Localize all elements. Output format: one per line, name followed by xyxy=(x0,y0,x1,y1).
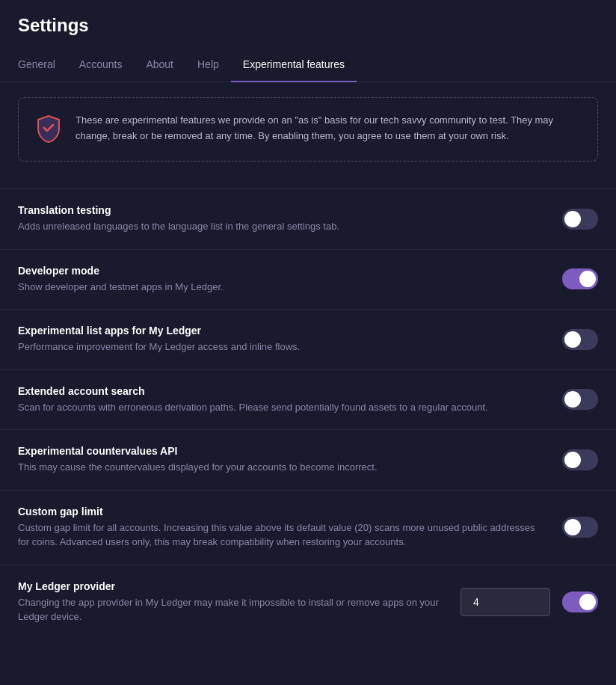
toggle-experimental-countervalues[interactable] xyxy=(562,449,598,470)
toggle-extended-account-search[interactable] xyxy=(562,389,598,410)
toggle-developer-mode[interactable] xyxy=(562,268,598,289)
tab-accounts[interactable]: Accounts xyxy=(67,48,135,82)
feature-row-ledger-provider: My Ledger provider Changing the app prov… xyxy=(0,565,616,639)
tab-general[interactable]: General xyxy=(18,48,67,82)
feature-info-developer-mode: Developer mode Show developer and testne… xyxy=(18,265,544,295)
feature-row-experimental-list-apps: Experimental list apps for My Ledger Per… xyxy=(0,309,616,369)
feature-desc-experimental-countervalues: This may cause the countervalues display… xyxy=(18,460,544,475)
tabs-bar: General Accounts About Help Experimental… xyxy=(0,48,616,82)
feature-desc-developer-mode: Show developer and testnet apps in My Le… xyxy=(18,280,544,295)
feature-row-custom-gap-limit: Custom gap limit Custom gap limit for al… xyxy=(0,490,616,565)
feature-title-experimental-list-apps: Experimental list apps for My Ledger xyxy=(18,325,544,337)
feature-row-experimental-countervalues: Experimental countervalues API This may … xyxy=(0,429,616,490)
feature-title-extended-account-search: Extended account search xyxy=(18,385,544,397)
feature-info-extended-account-search: Extended account search Scan for account… xyxy=(18,385,544,415)
info-box: These are experimental features we provi… xyxy=(18,97,598,162)
feature-desc-ledger-provider: Changing the app provider in My Ledger m… xyxy=(18,595,443,624)
feature-desc-custom-gap-limit: Custom gap limit for all accounts. Incre… xyxy=(18,520,544,550)
page-title: Settings xyxy=(0,0,616,48)
feature-info-custom-gap-limit: Custom gap limit Custom gap limit for al… xyxy=(18,506,544,550)
feature-row-extended-account-search: Extended account search Scan for account… xyxy=(0,369,616,430)
tab-experimental[interactable]: Experimental features xyxy=(231,48,357,82)
feature-title-custom-gap-limit: Custom gap limit xyxy=(18,506,544,517)
toggle-experimental-list-apps[interactable] xyxy=(562,329,598,350)
feature-info-experimental-countervalues: Experimental countervalues API This may … xyxy=(18,445,544,475)
feature-row-developer-mode: Developer mode Show developer and testne… xyxy=(0,249,616,310)
feature-desc-translation-testing: Adds unreleased languages to the languag… xyxy=(18,219,544,234)
feature-info-ledger-provider: My Ledger provider Changing the app prov… xyxy=(18,580,443,624)
ledger-provider-input[interactable] xyxy=(461,588,550,616)
feature-title-translation-testing: Translation testing xyxy=(18,204,544,216)
tab-help[interactable]: Help xyxy=(185,48,231,82)
feature-info-translation-testing: Translation testing Adds unreleased lang… xyxy=(18,204,544,234)
feature-title-developer-mode: Developer mode xyxy=(18,265,544,277)
info-text: These are experimental features we provi… xyxy=(76,113,582,144)
toggle-ledger-provider[interactable] xyxy=(562,592,598,612)
feature-title-experimental-countervalues: Experimental countervalues API xyxy=(18,445,544,457)
tab-about[interactable]: About xyxy=(134,48,185,82)
feature-row-translation-testing: Translation testing Adds unreleased lang… xyxy=(0,188,616,249)
feature-desc-extended-account-search: Scan for accounts with erroneous derivat… xyxy=(18,400,544,415)
feature-desc-experimental-list-apps: Performance improvement for My Ledger ac… xyxy=(18,340,544,354)
features-list: Translation testing Adds unreleased lang… xyxy=(0,188,616,639)
shield-icon xyxy=(34,113,64,146)
feature-title-ledger-provider: My Ledger provider xyxy=(18,580,443,592)
ledger-provider-controls xyxy=(461,588,598,616)
toggle-custom-gap-limit[interactable] xyxy=(562,517,598,538)
toggle-translation-testing[interactable] xyxy=(562,209,598,230)
content-area: These are experimental features we provi… xyxy=(0,82,616,188)
feature-info-experimental-list-apps: Experimental list apps for My Ledger Per… xyxy=(18,325,544,354)
